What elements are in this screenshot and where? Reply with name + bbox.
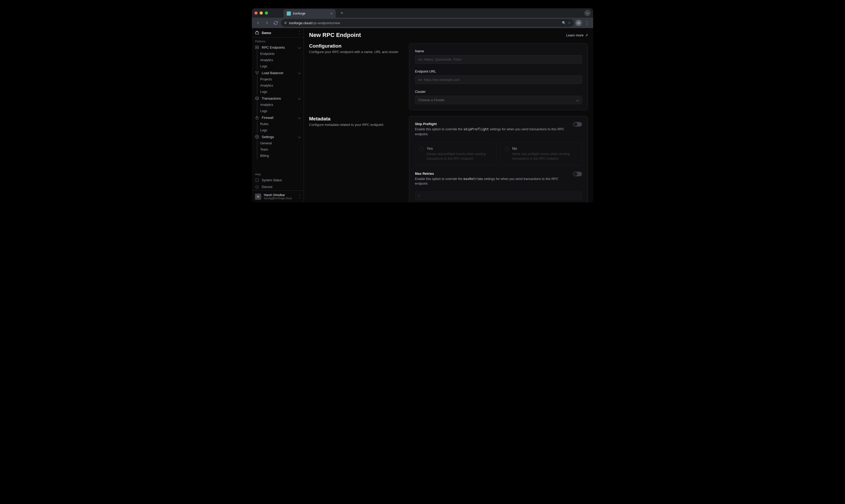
- browser-toolbar: ⚙ ironforge.cloud/rpc-endpoints/new 🔍 ☆ …: [252, 18, 593, 28]
- new-tab-button[interactable]: +: [338, 10, 346, 17]
- browser-tabbar: Ironforge × +: [252, 8, 593, 18]
- sidebar-item-projects[interactable]: Projects: [252, 76, 304, 83]
- name-input[interactable]: [415, 55, 582, 64]
- updown-icon: ⌃⌄: [298, 31, 300, 34]
- sidebar-item-rpc-endpoints[interactable]: RPC Endpoints: [252, 44, 304, 51]
- name-label: Name: [415, 49, 582, 53]
- external-link-icon: ↗: [585, 33, 588, 37]
- radio-desc: Always skip preflight checks when sendin…: [427, 151, 492, 161]
- page-title: New RPC Endpoint: [309, 32, 361, 38]
- sidebar-item-system-status[interactable]: System Status: [252, 177, 304, 184]
- sidebar-item-load-balancer[interactable]: Load Balancer: [252, 69, 304, 76]
- max-retries-desc: Enable this option to override the maxRe…: [415, 177, 568, 186]
- server-icon: [255, 45, 259, 49]
- close-window-button[interactable]: [254, 12, 258, 15]
- chevron-down-icon: [298, 97, 301, 100]
- sidebar-item-general[interactable]: General: [252, 140, 304, 146]
- skip-preflight-no-option[interactable]: No Never skip preflight checks when send…: [500, 142, 582, 165]
- sidebar-item-label: RPC Endpoints: [262, 46, 285, 49]
- svg-rect-0: [256, 32, 259, 34]
- org-switcher[interactable]: Demo ⌃⌄: [252, 28, 304, 38]
- user-email: harshg@ironforge.cloud: [264, 197, 296, 200]
- box-icon: [255, 96, 259, 101]
- svg-rect-1: [255, 46, 259, 47]
- maximize-window-button[interactable]: [265, 12, 268, 15]
- svg-point-6: [258, 72, 259, 72]
- user-menu[interactable]: H Harsh Ghodkar harshg@ironforge.cloud ⌃…: [252, 191, 304, 202]
- sidebar-section-label: Platform: [252, 38, 304, 44]
- forward-button[interactable]: [263, 19, 270, 26]
- svg-point-5: [256, 72, 257, 72]
- chevron-down-icon: [298, 46, 301, 49]
- main-content: New RPC Endpoint Learn more ↗ Configurat…: [304, 28, 593, 202]
- radio-icon: [419, 147, 424, 151]
- radio-icon: [505, 147, 509, 151]
- section-desc-metadata: Configure metadata related to your RPC e…: [309, 123, 403, 127]
- configuration-card: Name Endpoint URL Cluster Choose a Clust…: [409, 43, 588, 110]
- radio-desc: Never skip preflight checks when sending…: [512, 151, 578, 161]
- sidebar-item-label: Settings: [262, 135, 274, 139]
- sidebar-item-analytics[interactable]: Analytics: [252, 57, 304, 63]
- tab-overflow-button[interactable]: [584, 10, 591, 16]
- user-name: Harsh Ghodkar: [264, 193, 296, 197]
- endpoint-url-label: Endpoint URL: [415, 69, 582, 73]
- browser-tab[interactable]: Ironforge ×: [284, 9, 336, 18]
- bookmark-icon[interactable]: ☆: [568, 21, 571, 25]
- branch-icon: [255, 71, 259, 75]
- window-controls: [254, 12, 268, 15]
- sidebar-item-firewall[interactable]: Firewall: [252, 114, 304, 121]
- chevron-down-icon: [298, 135, 301, 138]
- section-title-configuration: Configuration: [309, 43, 403, 49]
- sidebar-item-transactions[interactable]: Transactions: [252, 95, 304, 102]
- radio-title: Yes: [427, 146, 492, 150]
- cluster-select[interactable]: Choose a Cluster: [415, 96, 582, 104]
- endpoint-url-input[interactable]: [415, 75, 582, 84]
- sidebar-item-logs[interactable]: Logs: [252, 108, 304, 114]
- sidebar-item-rules[interactable]: Rules: [252, 121, 304, 127]
- radio-title: No: [512, 146, 578, 150]
- user-avatar: H: [255, 194, 261, 200]
- sidebar-item-discord[interactable]: Discord: [252, 184, 304, 191]
- zoom-icon[interactable]: 🔍: [562, 21, 566, 25]
- tab-title: Ironforge: [293, 12, 328, 15]
- profile-avatar[interactable]: H: [576, 20, 582, 26]
- svg-rect-8: [256, 117, 258, 119]
- svg-point-13: [257, 187, 258, 187]
- max-retries-input[interactable]: [415, 192, 582, 200]
- svg-point-7: [257, 74, 258, 74]
- sidebar-item-analytics[interactable]: Analytics: [252, 102, 304, 108]
- sidebar-item-team[interactable]: Team: [252, 146, 304, 152]
- chevron-down-icon: [586, 11, 589, 14]
- skip-preflight-toggle[interactable]: [573, 122, 582, 127]
- skip-preflight-yes-option[interactable]: Yes Always skip preflight checks when se…: [415, 142, 496, 165]
- sidebar-item-logs[interactable]: Logs: [252, 127, 304, 133]
- gear-icon: [255, 135, 259, 139]
- sidebar-item-logs[interactable]: Logs: [252, 63, 304, 69]
- lock-icon: [255, 115, 259, 120]
- address-bar[interactable]: ⚙ ironforge.cloud/rpc-endpoints/new 🔍 ☆: [281, 19, 574, 27]
- reload-button[interactable]: [272, 19, 279, 26]
- learn-more-link[interactable]: Learn more ↗: [566, 33, 588, 37]
- sidebar-item-billing[interactable]: Billing: [252, 152, 304, 159]
- help-section-label: Help: [252, 170, 304, 177]
- chevron-down-icon: [298, 71, 301, 74]
- org-icon: [255, 31, 259, 35]
- sidebar-item-label: Transactions: [262, 96, 281, 101]
- browser-menu-button[interactable]: ⋮: [583, 19, 591, 26]
- section-title-metadata: Metadata: [309, 116, 403, 122]
- org-name: Demo: [262, 31, 296, 35]
- sidebar-item-analytics[interactable]: Analytics: [252, 83, 304, 89]
- chevron-down-icon: [576, 98, 579, 102]
- max-retries-toggle[interactable]: [573, 172, 582, 176]
- back-button[interactable]: [254, 19, 262, 26]
- sidebar-item-logs[interactable]: Logs: [252, 89, 304, 95]
- discord-icon: [255, 185, 259, 189]
- tab-favicon: [287, 12, 291, 16]
- svg-rect-2: [255, 48, 259, 49]
- close-tab-button[interactable]: ×: [330, 12, 333, 16]
- sidebar-item-endpoints[interactable]: Endpoints: [252, 51, 304, 57]
- minimize-window-button[interactable]: [260, 12, 263, 15]
- site-settings-icon[interactable]: ⚙: [284, 21, 287, 25]
- chevron-down-icon: [298, 116, 301, 119]
- sidebar-item-settings[interactable]: Settings: [252, 133, 304, 140]
